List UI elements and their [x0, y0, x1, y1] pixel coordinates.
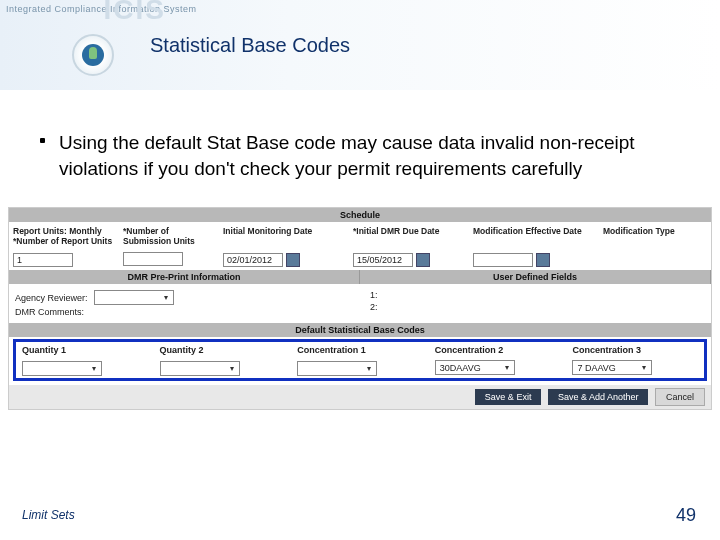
- dmr-comments-label: DMR Comments:: [15, 307, 84, 317]
- chevron-down-icon: ▾: [161, 293, 171, 303]
- agency-reviewer-label: Agency Reviewer:: [15, 293, 88, 303]
- num-submission-units-input[interactable]: [123, 252, 183, 266]
- dsbc-col-q2: Quantity 2: [154, 342, 292, 358]
- mod-eff-date-input[interactable]: [473, 253, 533, 267]
- dsbc-col-c1: Concentration 1: [291, 342, 429, 358]
- slide-header: Integrated Compliance Information System…: [0, 0, 720, 90]
- num-report-units-label: *Number of Report Units: [13, 236, 115, 246]
- page-number: 49: [676, 505, 696, 526]
- save-exit-button[interactable]: Save & Exit: [475, 389, 542, 405]
- num-submission-units-label: *Number of Submission Units: [119, 222, 219, 250]
- mod-eff-date-label: Modification Effective Date: [469, 222, 599, 250]
- dsbc-q2-select[interactable]: ▾: [160, 361, 240, 376]
- userdef-1-label: 1:: [370, 290, 701, 300]
- initial-monitoring-date-input[interactable]: 02/01/2012: [223, 253, 283, 267]
- calendar-icon[interactable]: [416, 253, 430, 267]
- dsbc-highlight: Quantity 1 Quantity 2 Concentration 1 Co…: [13, 339, 707, 381]
- bullet-block: Using the default Stat Base code may cau…: [40, 130, 680, 181]
- dsbc-col-q1: Quantity 1: [16, 342, 154, 358]
- dsbc-col-c3: Concentration 3: [566, 342, 704, 358]
- calendar-icon[interactable]: [286, 253, 300, 267]
- chevron-down-icon: ▾: [227, 363, 237, 373]
- cancel-button[interactable]: Cancel: [655, 388, 705, 406]
- calendar-icon[interactable]: [536, 253, 550, 267]
- initial-dmr-due-date-input[interactable]: 15/05/2012: [353, 253, 413, 267]
- dsbc-c1-select[interactable]: ▾: [297, 361, 377, 376]
- bullet-text: Using the default Stat Base code may cau…: [59, 130, 680, 181]
- dsbc-c3-select[interactable]: 7 DAAVG▾: [572, 360, 652, 375]
- num-report-units-input[interactable]: 1: [13, 253, 73, 267]
- chevron-down-icon: ▾: [502, 363, 512, 373]
- initial-monitoring-date-label: Initial Monitoring Date: [219, 222, 349, 250]
- button-row: Save & Exit Save & Add Another Cancel: [9, 385, 711, 409]
- schedule-band: Schedule: [9, 208, 711, 222]
- agency-reviewer-select[interactable]: ▾: [94, 290, 174, 305]
- system-tag: Integrated Compliance Information System: [6, 4, 197, 14]
- userdef-2-label: 2:: [370, 302, 701, 312]
- userdef-band: User Defined Fields: [360, 270, 711, 284]
- report-units-label: Report Units: Monthly: [13, 226, 115, 236]
- system-abbrev: ICIS: [104, 0, 166, 26]
- dsbc-q1-select[interactable]: ▾: [22, 361, 102, 376]
- form-screenshot: Schedule Report Units: Monthly *Number o…: [8, 207, 712, 410]
- epa-seal-icon: [72, 34, 114, 76]
- bullet-icon: [40, 138, 45, 143]
- chevron-down-icon: ▾: [89, 363, 99, 373]
- page-title: Statistical Base Codes: [150, 34, 350, 57]
- preprint-band: DMR Pre-Print Information: [9, 270, 360, 284]
- mod-type-label: Modification Type: [599, 222, 709, 250]
- initial-dmr-due-date-label: *Initial DMR Due Date: [349, 222, 469, 250]
- dsbc-col-c2: Concentration 2: [429, 342, 567, 358]
- dsbc-c2-select[interactable]: 30DAAVG▾: [435, 360, 515, 375]
- chevron-down-icon: ▾: [364, 363, 374, 373]
- save-add-button[interactable]: Save & Add Another: [548, 389, 649, 405]
- chevron-down-icon: ▾: [639, 363, 649, 373]
- footer-section-label: Limit Sets: [22, 508, 75, 522]
- dsbc-band: Default Statistical Base Codes: [9, 323, 711, 337]
